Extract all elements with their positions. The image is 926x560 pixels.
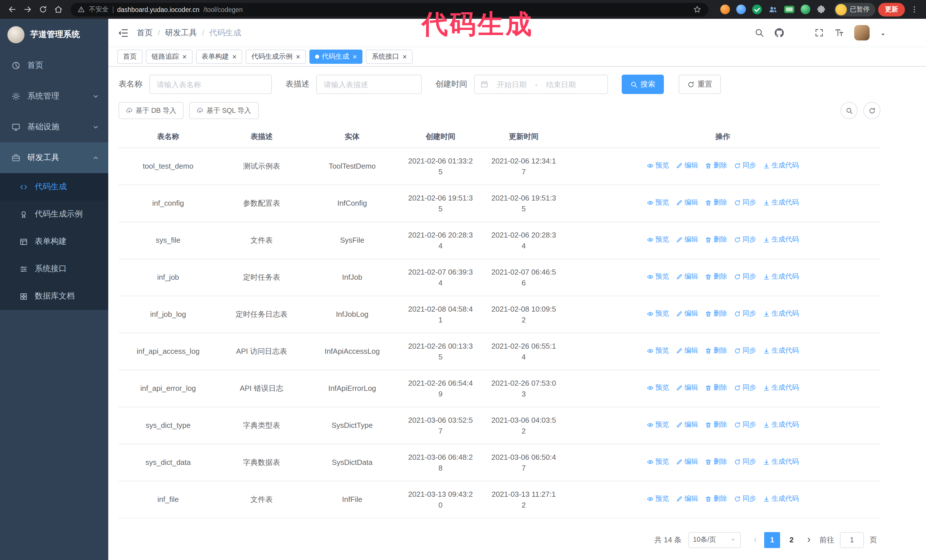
sync-link[interactable]: 同步 <box>734 234 756 245</box>
app-logo[interactable]: 芋道管理系统 <box>0 19 108 50</box>
edit-link[interactable]: 编辑 <box>676 308 698 319</box>
import-sql-button[interactable]: 基于 SQL 导入 <box>189 102 259 119</box>
delete-link[interactable]: 删除 <box>705 160 727 171</box>
tab-close-icon[interactable]: × <box>232 53 236 60</box>
delete-link[interactable]: 删除 <box>705 457 727 468</box>
preview-link[interactable]: 预览 <box>647 272 669 282</box>
delete-link[interactable]: 删除 <box>705 234 727 245</box>
browser-reload-button[interactable] <box>36 3 49 16</box>
browser-forward-button[interactable] <box>21 3 33 16</box>
help-button[interactable] <box>794 28 804 38</box>
tab-3[interactable]: 代码生成示例× <box>246 50 306 64</box>
browser-update-button[interactable]: 更新 <box>878 3 905 16</box>
delete-link[interactable]: 删除 <box>705 272 727 282</box>
tab-0[interactable]: 首页 <box>117 50 142 64</box>
preview-link[interactable]: 预览 <box>647 420 669 430</box>
preview-link[interactable]: 预览 <box>647 346 669 356</box>
sync-link[interactable]: 同步 <box>734 457 756 468</box>
preview-link[interactable]: 预览 <box>647 383 669 393</box>
sync-link[interactable]: 同步 <box>734 346 756 356</box>
extension-icon-1[interactable] <box>720 5 730 14</box>
reset-button[interactable]: 重置 <box>679 75 721 94</box>
sidebar-subitem-2[interactable]: 表单构建 <box>0 228 108 255</box>
import-db-button[interactable]: 基于 DB 导入 <box>118 102 184 119</box>
date-range-picker[interactable]: - <box>474 75 608 94</box>
breadcrumb-item-0[interactable]: 首页 <box>137 28 153 38</box>
extension-screenshare-icon[interactable] <box>784 6 794 13</box>
edit-link[interactable]: 编辑 <box>676 457 698 468</box>
preview-link[interactable]: 预览 <box>647 160 669 171</box>
sync-link[interactable]: 同步 <box>734 160 756 171</box>
preview-link[interactable]: 预览 <box>647 234 669 245</box>
sync-link[interactable]: 同步 <box>734 198 756 208</box>
url-bar[interactable]: 不安全 dashboard.yudao.iocoder.cn/tool/code… <box>71 3 708 16</box>
sync-link[interactable]: 同步 <box>734 272 756 282</box>
generate-code-link[interactable]: 生成代码 <box>763 457 799 468</box>
profile-paused-badge[interactable]: 已暂停 <box>834 3 875 16</box>
edit-link[interactable]: 编辑 <box>676 420 698 430</box>
delete-link[interactable]: 删除 <box>705 494 727 504</box>
generate-code-link[interactable]: 生成代码 <box>763 160 799 171</box>
tab-4-active[interactable]: 代码生成× <box>309 50 363 64</box>
edit-link[interactable]: 编辑 <box>676 346 698 356</box>
extension-check-icon[interactable] <box>752 5 762 14</box>
toggle-search-button[interactable] <box>841 102 858 119</box>
preview-link[interactable]: 预览 <box>647 198 669 208</box>
tab-1[interactable]: 链路追踪× <box>146 50 192 64</box>
generate-code-link[interactable]: 生成代码 <box>763 234 799 245</box>
user-menu-caret[interactable] <box>880 30 886 36</box>
generate-code-link[interactable]: 生成代码 <box>763 346 799 356</box>
sync-link[interactable]: 同步 <box>734 494 756 504</box>
sidebar-subitem-0[interactable]: 代码生成 <box>0 173 108 201</box>
page-size-select[interactable]: 10条/页 <box>688 532 741 548</box>
generate-code-link[interactable]: 生成代码 <box>763 272 799 282</box>
edit-link[interactable]: 编辑 <box>676 198 698 208</box>
tab-close-icon[interactable]: × <box>182 53 187 60</box>
edit-link[interactable]: 编辑 <box>676 160 698 171</box>
extension-icon-6[interactable] <box>800 5 810 14</box>
delete-link[interactable]: 删除 <box>705 346 727 356</box>
generate-code-link[interactable]: 生成代码 <box>763 308 799 319</box>
browser-home-button[interactable] <box>52 3 64 16</box>
generate-code-link[interactable]: 生成代码 <box>763 494 799 504</box>
browser-back-button[interactable] <box>6 3 18 16</box>
tab-close-icon[interactable]: × <box>402 53 407 60</box>
fullscreen-button[interactable] <box>814 28 824 38</box>
sidebar-subitem-1[interactable]: 代码生成示例 <box>0 201 108 228</box>
preview-link[interactable]: 预览 <box>647 494 669 504</box>
edit-link[interactable]: 编辑 <box>676 234 698 245</box>
bookmark-star-icon[interactable] <box>693 5 701 14</box>
delete-link[interactable]: 删除 <box>705 420 727 430</box>
preview-link[interactable]: 预览 <box>647 457 669 468</box>
generate-code-link[interactable]: 生成代码 <box>763 383 799 393</box>
pagination-page-1[interactable]: 1 <box>764 532 780 548</box>
browser-menu-button[interactable] <box>908 3 920 16</box>
sidebar-toggle-button[interactable] <box>117 27 129 38</box>
sync-link[interactable]: 同步 <box>734 383 756 393</box>
preview-link[interactable]: 预览 <box>647 308 669 319</box>
pagination-prev-button[interactable] <box>747 532 763 548</box>
pagination-page-2[interactable]: 2 <box>784 532 799 548</box>
generate-code-link[interactable]: 生成代码 <box>763 198 799 208</box>
start-date-input[interactable] <box>491 80 533 89</box>
pagination-next-button[interactable] <box>801 532 816 548</box>
delete-link[interactable]: 删除 <box>705 308 727 319</box>
user-avatar[interactable] <box>854 25 870 41</box>
refresh-table-button[interactable] <box>863 102 881 119</box>
tab-close-icon[interactable]: × <box>296 53 300 60</box>
sidebar-item-2[interactable]: 基础设施 <box>0 112 108 142</box>
font-size-button[interactable] <box>834 28 844 38</box>
table-desc-input[interactable] <box>316 75 422 94</box>
sidebar-subitem-4[interactable]: 数据库文档 <box>0 282 108 310</box>
generate-code-link[interactable]: 生成代码 <box>763 420 799 430</box>
edit-link[interactable]: 编辑 <box>676 494 698 504</box>
sync-link[interactable]: 同步 <box>734 308 756 319</box>
sidebar-subitem-3[interactable]: 系统接口 <box>0 255 108 282</box>
extensions-puzzle-icon[interactable] <box>816 5 825 14</box>
edit-link[interactable]: 编辑 <box>676 383 698 393</box>
tab-5[interactable]: 系统接口× <box>366 50 413 64</box>
header-search-button[interactable] <box>755 28 764 38</box>
delete-link[interactable]: 删除 <box>705 383 727 393</box>
sidebar-item-0[interactable]: 首页 <box>0 50 108 81</box>
sync-link[interactable]: 同步 <box>734 420 756 430</box>
